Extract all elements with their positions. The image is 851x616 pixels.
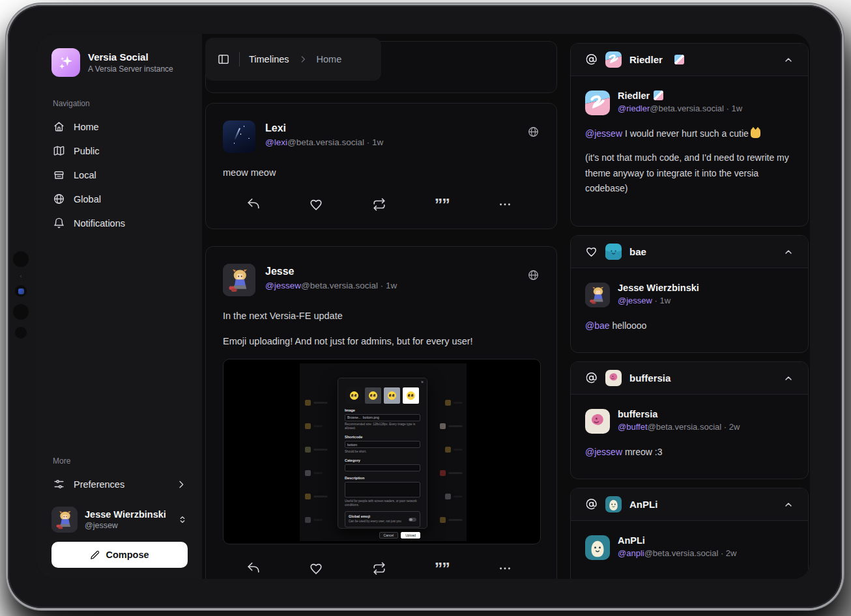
avatar — [605, 370, 622, 386]
collapse-chevron-icon[interactable] — [783, 55, 794, 65]
description-field-label: Description — [345, 476, 420, 480]
description-textarea — [345, 482, 420, 497]
post-author-handle[interactable]: @lexi — [265, 137, 287, 147]
dock-dot — [13, 304, 29, 320]
sidebar-item-label: Home — [74, 122, 99, 132]
header-divider — [239, 52, 240, 66]
sidebar-item-home[interactable]: Home — [51, 115, 188, 139]
category-field-label: Category — [345, 458, 420, 462]
quote-button[interactable]: ”” — [435, 561, 450, 576]
reply-button[interactable] — [246, 561, 261, 576]
breadcrumb-timelines[interactable]: Timelines — [249, 54, 289, 64]
breadcrumb-home[interactable]: Home — [317, 54, 342, 64]
image-field-label: Image — [345, 408, 420, 412]
notification-handle[interactable]: @buffet — [618, 422, 648, 432]
avatar[interactable] — [585, 409, 610, 434]
notifications-column: Riedler Riedler @riedler@beta.versia.soc… — [570, 43, 809, 579]
avatar — [605, 244, 622, 260]
home-icon — [53, 120, 65, 133]
notification-title: buffersia — [629, 372, 671, 384]
account-switcher[interactable]: Jesse Wierzbinski @jessew — [51, 507, 188, 533]
sidebar-item-label: Global — [74, 194, 101, 204]
pleading-emoji — [388, 391, 396, 400]
notification-header[interactable]: bae — [571, 236, 808, 268]
app-title: Versia Social — [88, 51, 173, 63]
boost-button[interactable] — [372, 197, 386, 212]
dock-dot — [13, 251, 29, 267]
avatar[interactable] — [585, 283, 610, 307]
post-card-jesse: Jesse @jessew@beta.versia.social · 1w In… — [205, 246, 557, 579]
sidebar-item-local[interactable]: Local — [51, 163, 188, 187]
avatar[interactable] — [585, 535, 610, 560]
user-handle: @jessew — [85, 521, 166, 530]
map-icon — [53, 145, 65, 157]
notification-text: (it's not that much code, and I'd need t… — [585, 150, 794, 197]
post-avatar[interactable] — [223, 264, 255, 296]
notification-author[interactable]: AnPLi — [618, 535, 736, 546]
more-options-button[interactable] — [498, 197, 512, 212]
user-avatar — [51, 507, 78, 533]
breadcrumb-chevron-icon — [298, 55, 308, 64]
compose-label: Compose — [106, 550, 149, 560]
close-icon: × — [421, 380, 424, 384]
notification-handle[interactable]: @anpli — [618, 548, 644, 558]
more-section-label: More — [53, 456, 186, 466]
notification-handle[interactable]: @jessew — [618, 296, 652, 305]
post-author-name[interactable]: Lexi — [265, 122, 383, 134]
blahaj-cube-emoji — [654, 91, 663, 100]
bezel-dock: ‹ — [12, 251, 30, 339]
collapse-chevron-icon[interactable] — [783, 499, 794, 510]
emoji-previews — [345, 387, 420, 404]
sidebar-item-label: Local — [74, 170, 96, 180]
mention-at-icon — [585, 372, 598, 384]
sidebar: Versia Social A Versia Server instance N… — [37, 34, 202, 579]
cancel-button: Cancel — [379, 532, 399, 539]
compose-button[interactable]: Compose — [51, 542, 188, 568]
mention-at-icon — [585, 53, 598, 66]
post-author-handle[interactable]: @jessew — [265, 281, 301, 290]
notification-handle[interactable]: @riedler — [618, 104, 650, 113]
notification-header[interactable]: AnPLi — [571, 488, 808, 521]
visibility-globe-icon — [527, 269, 540, 281]
notification-title: Riedler — [629, 54, 663, 65]
collapse-chevron-icon[interactable] — [783, 373, 794, 384]
file-input: Browse...bottom.png — [345, 414, 420, 421]
like-button[interactable] — [309, 197, 323, 212]
app-tagline: A Versia Server instance — [88, 64, 173, 74]
reply-button[interactable] — [246, 197, 261, 212]
avatar[interactable] — [585, 91, 610, 115]
sidebar-item-notifications[interactable]: Notifications — [51, 211, 188, 235]
post-author-domain: @beta.versia.social — [301, 281, 378, 290]
user-name: Jesse Wierzbinski — [85, 509, 166, 520]
sidebar-item-global[interactable]: Global — [51, 187, 188, 211]
notification-header[interactable]: buffersia — [571, 362, 808, 395]
notification-author[interactable]: buffersia — [618, 409, 740, 419]
tablet-frame: ‹ Versia Social A Versia Server instance — [8, 5, 842, 608]
sidebar-toggle-icon[interactable] — [217, 53, 230, 66]
dock-app-icon — [15, 285, 27, 297]
brand: Versia Social A Versia Server instance — [51, 48, 188, 77]
nav-section-label: Navigation — [53, 99, 186, 108]
post-avatar[interactable] — [223, 120, 255, 153]
avatar — [605, 496, 622, 512]
app-screen: Versia Social A Versia Server instance N… — [37, 34, 810, 579]
global-emoji-box: Global emoji Can be used by every user, … — [345, 511, 420, 527]
pleading-emoji — [369, 391, 377, 400]
quote-button[interactable]: ”” — [435, 197, 450, 212]
collapse-chevron-icon[interactable] — [783, 247, 794, 257]
boost-button[interactable] — [372, 561, 386, 576]
timeline-header: Timelines Home — [205, 38, 381, 81]
timeline-column: Timelines Home Lexi @lexi@beta.versia.so… — [205, 34, 557, 579]
notification-header[interactable]: Riedler — [571, 44, 808, 76]
post-actions: ”” — [223, 197, 540, 212]
like-button[interactable] — [309, 561, 323, 576]
more-options-button[interactable] — [498, 561, 512, 576]
sidebar-item-public[interactable]: Public — [51, 139, 188, 163]
post-card-lexi: Lexi @lexi@beta.versia.social · 1w meow … — [205, 103, 557, 229]
post-text: In the next Versia-FE update — [223, 309, 540, 324]
post-attachment-image[interactable]: × Image Browse...bottom.png Recommended … — [223, 359, 541, 544]
bell-icon — [53, 217, 65, 229]
post-author-name[interactable]: Jesse — [265, 266, 397, 277]
notification-author[interactable]: Jesse Wierzbinski — [618, 283, 699, 293]
sidebar-item-preferences[interactable]: Preferences — [51, 472, 188, 496]
